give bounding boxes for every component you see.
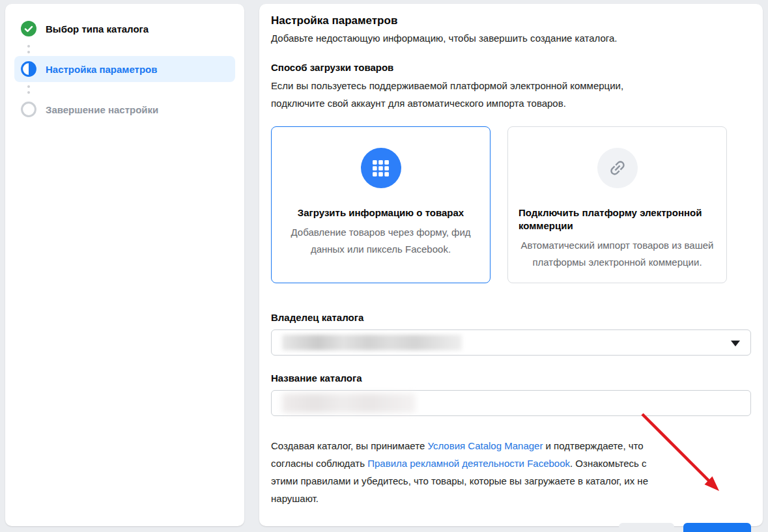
redacted-name-value <box>282 393 416 413</box>
catalog-name-input[interactable] <box>271 390 751 416</box>
card-connect-ecommerce-platform[interactable]: Подключить платформу электронной коммерц… <box>507 126 727 283</box>
create-button[interactable]: Создать <box>683 523 751 532</box>
footer-actions: Назад Создать <box>271 523 751 532</box>
terms-text: Создавая каталог, вы принимаете Условия … <box>271 437 662 507</box>
empty-circle-icon <box>21 102 36 117</box>
card-description: Добавление товаров через форму, фид данн… <box>282 224 479 258</box>
step-label: Завершение настройки <box>46 104 158 115</box>
step-connector-dots <box>21 83 36 95</box>
half-progress-icon <box>21 61 36 77</box>
upload-method-cards: Загрузить информацию о товарах Добавлени… <box>271 126 751 283</box>
sidebar-step-settings[interactable]: Настройка параметров <box>14 56 235 82</box>
upload-method-description: Если вы пользуетесь поддерживаемой платф… <box>271 77 662 112</box>
sidebar-step-finish[interactable]: Завершение настройки <box>14 96 235 122</box>
catalog-owner-select[interactable] <box>271 329 751 356</box>
page-title: Настройка параметров <box>271 14 751 27</box>
step-label: Выбор типа каталога <box>46 23 149 35</box>
wizard-sidebar: Выбор типа каталога Настройка параметров… <box>5 4 244 526</box>
card-upload-product-info[interactable]: Загрузить информацию о товарах Добавлени… <box>271 126 491 283</box>
check-icon <box>21 21 36 36</box>
step-label: Настройка параметров <box>46 64 157 75</box>
card-title: Загрузить информацию о товарах <box>282 206 479 219</box>
card-title: Подключить платформу электронной коммерц… <box>519 206 716 232</box>
page-subtitle: Добавьте недостающую информацию, чтобы з… <box>271 33 751 44</box>
sidebar-step-catalog-type[interactable]: Выбор типа каталога <box>14 16 235 42</box>
advertising-policies-link[interactable]: Правила рекламной деятельности Facebook <box>367 458 570 469</box>
caret-down-icon <box>731 341 740 346</box>
catalog-manager-terms-link[interactable]: Условия Catalog Manager <box>427 440 543 451</box>
link-icon <box>597 148 638 188</box>
upload-method-heading: Способ загрузки товаров <box>271 62 751 73</box>
grid-icon <box>361 148 401 188</box>
catalog-owner-label: Владелец каталога <box>271 312 751 323</box>
redacted-owner-value <box>282 335 462 350</box>
card-description: Автоматический импорт товаров из вашей п… <box>519 237 716 271</box>
settings-panel: Настройка параметров Добавьте недостающу… <box>259 4 763 526</box>
step-connector-dots <box>21 43 36 55</box>
catalog-name-label: Название каталога <box>271 372 751 384</box>
back-button[interactable]: Назад <box>619 523 674 532</box>
terms-segment: Создавая каталог, вы принимаете <box>271 440 427 451</box>
